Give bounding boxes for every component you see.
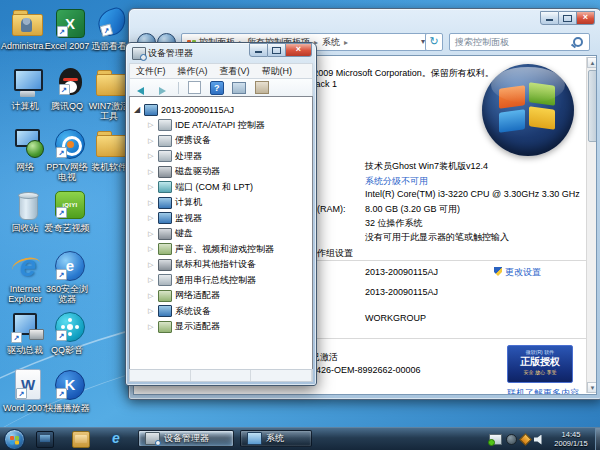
volume-tray-icon[interactable] [534,435,544,445]
expand-icon[interactable]: ▷ [148,214,157,222]
scroll-up-icon[interactable]: ▲ [587,57,597,68]
breadcrumb-item[interactable]: 系统 [322,37,340,47]
tree-item[interactable]: ▷通用串行总线控制器 [130,271,312,286]
desktop-icon-label: 回收站 [1,223,49,233]
desktop-icon-internet-explorer[interactable]: eInternet Explorer [8,249,48,307]
desktop-icon-qvod-player[interactable]: K↗快播播放器 [50,368,90,426]
tree-item[interactable]: ▷系统设备 [130,302,312,317]
tree-item[interactable]: ▷磁盘驱动器 [130,162,312,177]
sound-video-game-icon [158,243,172,255]
forward-icon[interactable] [155,81,169,94]
desktop-icon-recycle-bin[interactable]: 回收站 [8,188,48,246]
menu-item[interactable]: 操作(A) [172,64,214,78]
desktop-icon-excel-2007[interactable]: X↗Excel 2007 [50,6,90,64]
status-cell [251,370,312,381]
expand-icon[interactable]: ▷ [148,323,157,331]
expand-icon[interactable]: ▷ [148,261,157,269]
expand-icon[interactable]: ▷ [148,183,157,191]
tree-item[interactable]: ▷计算机 [130,193,312,208]
scrollbar[interactable]: ▲ ▼ [586,57,597,393]
system-rating-link[interactable]: 系统分级不可用 [365,175,428,188]
system-devices-icon [158,305,172,317]
shortcut-arrow-icon: ↗ [56,207,67,218]
clock[interactable]: 14:45 2009/1/15 [548,430,594,448]
desktop-icon-network[interactable]: 网络 [8,127,48,185]
expand-icon[interactable]: ▷ [148,137,157,145]
expand-icon[interactable]: ▷ [148,230,157,238]
expand-icon[interactable]: ▷ [148,292,157,300]
shortcut-arrow-icon: ↗ [11,332,22,343]
uac-shield-icon [494,267,502,276]
menu-item[interactable]: 查看(V) [214,64,256,78]
tree-item[interactable]: ◢2013-20090115AJ [130,100,312,115]
scrollbar-thumb[interactable] [588,70,597,142]
workgroup-value: WORKGROUP [365,313,426,323]
tree-item[interactable]: ▷网络适配器 [130,286,312,301]
desktop-icon-administrator-folder[interactable]: Administra... [8,6,48,64]
menu-item[interactable]: 帮助(H) [256,64,299,78]
tree-item[interactable]: ▷监视器 [130,209,312,224]
expand-icon[interactable]: ▷ [148,245,157,253]
tree-item[interactable]: ▷显示适配器 [130,317,312,332]
menu-item[interactable]: 文件(F) [130,64,172,78]
devices-view-icon[interactable] [232,82,246,94]
taskbar-button-device-manager[interactable]: 设备管理器 [138,430,234,447]
desktop-icon-qq-player[interactable]: ↗QQ影音 [50,310,90,368]
security-tray-icon[interactable] [506,434,517,445]
tree-item[interactable]: ▷声音、视频和游戏控制器 [130,240,312,255]
tree-item[interactable]: ▷鼠标和其他指针设备 [130,255,312,270]
dm-minimize-button[interactable] [249,43,268,57]
update-tray-icon[interactable] [519,433,532,446]
tree-item[interactable]: ▷端口 (COM 和 LPT) [130,178,312,193]
dm-close-button[interactable]: × [286,43,312,57]
media-quick-icon[interactable] [36,431,54,448]
driver-tool-icon: ↗ [11,310,45,343]
tree-item[interactable]: ▷处理器 [130,147,312,162]
show-desktop-button[interactable] [595,428,600,450]
badge-bottom-text: 安全 放心 享受 [508,368,572,376]
expand-icon[interactable]: ▷ [148,152,157,160]
collapse-icon[interactable]: ◢ [134,105,143,114]
qvod-player-icon: K↗ [55,370,85,400]
expand-icon[interactable]: ▷ [148,307,157,315]
properties-icon[interactable] [188,81,201,94]
maximize-button[interactable] [559,11,577,25]
start-button[interactable] [4,429,25,450]
change-settings-link[interactable]: 更改设置 [505,266,541,279]
icon-glyph [11,127,45,160]
scan-hardware-icon[interactable] [255,81,269,94]
desktop-icon-driver-tool[interactable]: ↗驱动总裁 [8,310,48,368]
tree-item[interactable]: ▷IDE ATA/ATAPI 控制器 [130,116,312,131]
refresh-icon[interactable]: ↻ [425,33,443,51]
desktop-icon-pptv[interactable]: ↗PPTV网络电视 [50,127,90,185]
learn-more-link[interactable]: 联机了解更多内容... [507,387,587,395]
desktop-icon-label: 驱动总裁 [1,345,49,355]
desktop-icon-iqiyi[interactable]: iQIYI↗爱奇艺视频 [50,188,90,246]
close-button[interactable]: × [577,11,595,25]
back-icon[interactable] [133,81,147,94]
desktop-icon-tencent-qq[interactable]: ↗腾讯QQ [50,66,90,124]
taskbar-button-system[interactable]: 系统 [240,430,312,447]
desktop-icon-label: Internet Explorer [1,284,49,304]
breadcrumb-separator-icon: ▸ [340,38,352,47]
dm-maximize-button[interactable] [268,43,286,57]
scroll-down-icon[interactable]: ▼ [587,382,597,393]
expand-icon[interactable]: ▷ [148,276,157,284]
genuine-license-badge[interactable]: 微软(R) 软件 正版授权 安全 放心 享受 [507,345,573,383]
desktop-icon-360-browser[interactable]: e↗360安全浏览器 [50,249,90,307]
minimize-button[interactable] [540,11,559,25]
expand-icon[interactable]: ▷ [148,199,157,207]
tree-item[interactable]: ▷键盘 [130,224,312,239]
desktop-icon-computer[interactable]: 计算机 [8,66,48,124]
expand-icon[interactable]: ▷ [148,121,157,129]
help-icon[interactable]: ? [210,81,224,95]
search-input[interactable]: 搜索控制面板 [449,33,590,51]
explorer-quick-icon[interactable] [72,431,90,448]
desktop-icon-word-2007[interactable]: W↗Word 2007 [8,368,48,426]
expand-icon[interactable]: ▷ [148,168,157,176]
ie-quick-icon[interactable]: e [108,431,124,446]
toolbar: ? [129,78,313,98]
tree-item[interactable]: ▷便携设备 [130,131,312,146]
dm-titlebar[interactable]: 设备管理器 × [126,43,316,63]
network-tray-icon[interactable] [489,434,502,445]
